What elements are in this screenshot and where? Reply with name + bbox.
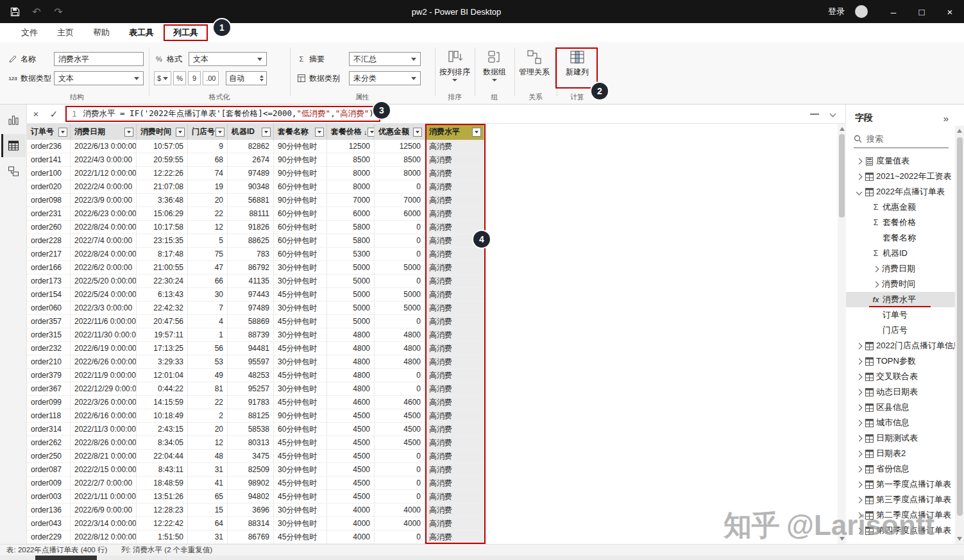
cell-套餐价格[interactable]: 4500 (327, 409, 375, 423)
cell-订单号[interactable]: order236 (27, 140, 71, 153)
cell-套餐名称[interactable]: 45分钟包时 (274, 530, 327, 544)
cell-消费日期[interactable]: 2022/2/4 0:00:00 (71, 180, 137, 194)
cell-订单号[interactable]: order118 (27, 409, 71, 423)
cell-套餐名称[interactable]: 45分钟包时 (274, 288, 327, 301)
ribbon-tab-列工具[interactable]: 列工具 (164, 24, 208, 41)
cell-订单号[interactable]: order231 (27, 207, 71, 221)
column-header-门店号[interactable]: 门店号 (188, 124, 228, 140)
field-item-交叉联合表[interactable]: 交叉联合表 (846, 369, 955, 384)
cell-门店号[interactable]: 64 (188, 517, 228, 530)
cell-优惠金额[interactable]: 5000 (375, 261, 425, 275)
cell-套餐名称[interactable]: 45分钟包时 (274, 490, 327, 504)
cell-机器ID[interactable]: 94481 (228, 342, 274, 355)
cell-优惠金额[interactable]: 5000 (375, 288, 425, 301)
redo-icon[interactable]: ↷ (53, 6, 64, 17)
cell-机器ID[interactable]: 90348 (228, 180, 274, 194)
chevron-right-icon[interactable] (854, 529, 864, 533)
cell-消费时间[interactable]: 8:34:05 (137, 436, 188, 450)
cell-套餐价格[interactable]: 5300 (327, 248, 375, 261)
cell-消费时间[interactable]: 20:47:56 (137, 315, 188, 328)
cell-优惠金额[interactable]: 0 (375, 248, 425, 261)
cell-门店号[interactable]: 48 (188, 450, 228, 463)
cell-消费时间[interactable]: 22:04:44 (137, 450, 188, 463)
cell-消费时间[interactable]: 6:13:43 (137, 288, 188, 301)
cell-机器ID[interactable]: 88314 (228, 517, 274, 530)
chevron-right-icon[interactable] (854, 452, 864, 456)
cell-机器ID[interactable]: 3475 (228, 450, 274, 463)
fields-scrollbar[interactable] (955, 126, 964, 544)
format-select[interactable]: 文本 (189, 52, 267, 66)
cell-优惠金额[interactable]: 0 (375, 477, 425, 490)
report-view-icon[interactable] (1, 108, 26, 132)
cell-订单号[interactable]: order003 (27, 490, 71, 504)
cell-订单号[interactable]: order020 (27, 180, 71, 194)
cell-套餐名称[interactable]: 45分钟包时 (274, 477, 327, 490)
cell-消费水平[interactable]: 高消费 (425, 396, 484, 409)
cell-订单号[interactable]: order166 (27, 261, 71, 275)
cell-消费日期[interactable]: 2022/11/30 0:00:00 (71, 328, 137, 342)
data-view-icon[interactable] (1, 134, 26, 157)
cell-套餐价格[interactable]: 4000 (327, 517, 375, 530)
cell-消费水平[interactable]: 高消费 (425, 194, 484, 207)
cell-门店号[interactable]: 47 (188, 261, 228, 275)
cell-订单号[interactable]: order087 (27, 463, 71, 477)
scroll-up-icon[interactable] (957, 129, 962, 133)
cell-订单号[interactable]: order141 (27, 153, 71, 167)
save-icon[interactable] (9, 6, 21, 17)
cell-优惠金额[interactable]: 0 (375, 530, 425, 544)
commit-formula-icon[interactable]: ✓ (45, 108, 63, 120)
cell-消费日期[interactable]: 2022/6/13 0:00:00 (71, 140, 137, 153)
cell-消费水平[interactable]: 高消费 (425, 207, 484, 221)
cell-门店号[interactable]: 22 (188, 207, 228, 221)
cell-订单号[interactable]: order098 (27, 194, 71, 207)
cell-套餐价格[interactable]: 4500 (327, 477, 375, 490)
cell-套餐价格[interactable]: 5000 (327, 301, 375, 315)
chevron-right-icon[interactable] (870, 282, 881, 287)
cell-套餐价格[interactable]: 4800 (327, 382, 375, 396)
cell-消费日期[interactable]: 2022/6/9 0:00:00 (71, 504, 137, 517)
cell-消费水平[interactable]: 高消费 (425, 328, 484, 342)
cell-订单号[interactable]: order314 (27, 423, 71, 436)
cell-订单号[interactable]: order060 (27, 301, 71, 315)
cell-门店号[interactable]: 30 (188, 288, 228, 301)
cell-消费时间[interactable]: 10:17:58 (137, 221, 188, 234)
minimize-button[interactable]: – (879, 0, 908, 23)
column-header-消费日期[interactable]: 消费日期 (71, 124, 137, 140)
cell-优惠金额[interactable]: 4500 (375, 436, 425, 450)
field-item-套餐名称[interactable]: 套餐名称 (846, 230, 955, 246)
chevron-right-icon[interactable] (854, 498, 864, 502)
cell-门店号[interactable]: 15 (188, 504, 228, 517)
cell-消费时间[interactable]: 12:01:04 (137, 369, 188, 382)
cell-套餐名称[interactable]: 30分钟包时 (274, 382, 327, 396)
cell-消费日期[interactable]: 2022/4/3 0:00:00 (71, 153, 137, 167)
field-item-TOPN参数[interactable]: TOPN参数 (846, 353, 955, 369)
cell-消费水平[interactable]: 高消费 (425, 490, 484, 504)
cell-优惠金额[interactable]: 4500 (375, 423, 425, 436)
horizontal-scrollbar[interactable] (0, 556, 964, 560)
cell-优惠金额[interactable]: 8500 (375, 153, 425, 167)
filter-icon[interactable] (368, 128, 375, 137)
cell-套餐价格[interactable]: 8500 (327, 153, 375, 167)
cell-订单号[interactable]: order154 (27, 288, 71, 301)
cell-套餐名称[interactable]: 90分钟包时 (274, 409, 327, 423)
maximize-button[interactable]: □ (908, 0, 936, 23)
cell-套餐名称[interactable]: 30分钟包时 (274, 504, 327, 517)
filter-icon[interactable] (216, 128, 224, 137)
cell-门店号[interactable]: 12 (188, 436, 228, 450)
cell-消费日期[interactable]: 2022/3/3 0:00:00 (71, 301, 137, 315)
field-item-消费日期[interactable]: 消费日期 (846, 261, 955, 276)
cell-消费水平[interactable]: 高消费 (425, 275, 484, 288)
field-item-第二季度点播订单表[interactable]: 第二季度点播订单表 (846, 507, 955, 523)
scroll-down-icon[interactable] (957, 537, 962, 541)
cell-套餐名称[interactable]: 30分钟包时 (274, 463, 327, 477)
chevron-right-icon[interactable] (854, 421, 864, 425)
ribbon-tab-文件[interactable]: 文件 (12, 24, 47, 41)
cell-优惠金额[interactable]: 0 (375, 221, 425, 234)
filter-icon[interactable] (124, 128, 133, 137)
field-item-城市信息[interactable]: 城市信息 (846, 415, 955, 430)
cell-消费日期[interactable]: 2022/11/3 0:00:00 (71, 423, 137, 436)
ribbon-tab-表工具[interactable]: 表工具 (119, 24, 164, 41)
cell-订单号[interactable]: order210 (27, 355, 71, 369)
cell-订单号[interactable]: order217 (27, 248, 71, 261)
cell-消费日期[interactable]: 2022/7/4 0:00:00 (71, 234, 137, 248)
